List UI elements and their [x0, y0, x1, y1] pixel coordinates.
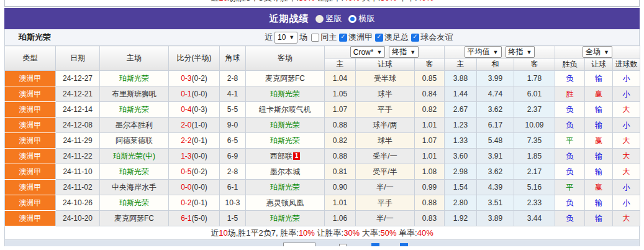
avg-final-select[interactable]: 终指 ▼ [506, 46, 535, 58]
filter-checkbox-球会友谊[interactable]: 球会友谊 [411, 32, 453, 43]
checkbox-checked-icon[interactable] [411, 34, 419, 42]
fulltime-score: 0-1 [181, 90, 191, 98]
col-header-type: 类型 [5, 46, 56, 71]
home-team-cell[interactable]: 珀斯光荣 [100, 71, 169, 86]
checkbox-unchecked-icon[interactable] [311, 34, 319, 42]
filter-checkbox-澳洲甲[interactable]: 澳洲甲 [339, 32, 373, 43]
home-odds-cell: 0.82 [325, 133, 356, 149]
checkbox-checked-partial[interactable] [371, 243, 379, 246]
avg-draw-cell: 3.99 [477, 71, 514, 86]
sub-header-3: 主 [445, 58, 477, 71]
handicap-result-cell: 输 [585, 195, 613, 211]
home-team-cell[interactable]: 麦克阿瑟FC [100, 211, 169, 226]
checkbox-checked-icon[interactable] [375, 34, 383, 42]
away-team-cell[interactable]: 珀斯光荣 [246, 180, 325, 195]
radio-unselected-icon[interactable] [315, 15, 324, 23]
away-odds-cell: 0.82 [415, 102, 445, 118]
filter-bar: 珀斯光荣 近 10 ▼ 场 同主澳洲甲澳足总球会友谊 [4, 29, 640, 45]
layout-radio-vertical[interactable]: 竖版 [315, 13, 342, 24]
home-team-name: 珀斯光荣 [119, 198, 149, 207]
stat-part: 场,胜1平2负7, 胜率: [228, 228, 299, 238]
score-cell: 6-1(5-0) [169, 211, 220, 226]
home-odds-cell: 1.05 [325, 86, 356, 102]
match-count-select-partial[interactable] [283, 243, 315, 246]
league-cell: 澳洲甲 [5, 195, 56, 211]
stat-part: 10 [219, 228, 227, 238]
away-team-cell[interactable]: 珀斯光荣 [246, 133, 325, 149]
avg-home-cell: 2.67 [445, 102, 477, 118]
scope-select[interactable]: 全场 ▼ [583, 46, 612, 58]
home-team-cell[interactable]: 珀斯光荣 [100, 102, 169, 118]
handicap-cell: 受半球 [356, 71, 415, 86]
filter-checkbox-澳足总[interactable]: 澳足总 [375, 32, 409, 43]
date-cell: 24-11-22 [56, 149, 100, 164]
handicap-result-cell: 输 [585, 164, 613, 180]
handicap-result-cell: 输 [585, 118, 613, 133]
away-team-cell[interactable]: 纽卡斯尔喷气机 [246, 102, 325, 118]
away-team-cell[interactable]: 珀斯光荣 [246, 118, 325, 133]
home-team-name: 阿德莱德联 [116, 136, 153, 145]
checkbox-checked-partial[interactable] [400, 243, 408, 246]
radio-horizontal-label: 横版 [359, 13, 375, 24]
checkbox-label: 同主 [320, 32, 337, 43]
score-cell: 2-0(1-0) [169, 118, 220, 133]
away-team-cell[interactable]: 珀斯光荣 [246, 211, 325, 226]
scope-select-cell: 全场 ▼ [555, 46, 640, 58]
checkbox-unchecked-partial[interactable] [339, 244, 347, 246]
recent-results-panel: 近10场,胜3平3负4, 胜率:30% 让胜率:40% 大率:50% 单率:40… [0, 0, 644, 250]
goals-cell: 小 [613, 118, 640, 133]
odds-source-value: Crow* [353, 48, 374, 57]
layout-radio-horizontal[interactable]: 横版 [348, 13, 375, 24]
odds-source-select[interactable]: Crow* ▼ [350, 46, 386, 58]
home-team-cell[interactable]: 阿德莱德联 [100, 133, 169, 149]
result-cell: 负 [555, 118, 585, 133]
avg-away-cell: 1.85 [514, 149, 555, 164]
away-odds-cell: 0.85 [415, 71, 445, 86]
handicap-result-cell: 赢 [585, 133, 613, 149]
away-team-cell[interactable]: 惠灵顿凤凰 [246, 195, 325, 211]
away-team-cell[interactable]: 麦克阿瑟FC [246, 71, 325, 86]
corner-cell: 6-1 [220, 180, 246, 195]
filter-checkbox-同主[interactable]: 同主 [311, 32, 337, 43]
away-team-cell[interactable]: 珀斯光荣 [246, 86, 325, 102]
top-stats-partial-row: 近10场,胜3平3负4, 胜率:30% 让胜率:40% 大率:50% 单率:40… [4, 0, 640, 7]
handicap-result-cell: 赢 [585, 180, 613, 195]
goals-cell: 小 [613, 195, 640, 211]
checkbox-checked-icon[interactable] [339, 34, 347, 42]
halftime-score: (1-0) [192, 121, 207, 129]
filter-checkboxes: 同主澳洲甲澳足总球会友谊 [309, 32, 453, 43]
sub-header-4: 和 [477, 58, 514, 71]
checkbox-label: 澳洲甲 [348, 32, 373, 43]
date-cell: 24-12-21 [56, 86, 100, 102]
league-cell: 澳洲甲 [5, 71, 56, 86]
handicap-result-cell: 输 [585, 149, 613, 164]
fulltime-score: 6-1 [181, 214, 191, 223]
home-odds-cell: 1.06 [325, 211, 356, 226]
match-count-select[interactable]: 10 ▼ [274, 32, 297, 44]
avg-source-select[interactable]: 平均值 ▼ [465, 46, 502, 58]
away-team-cell[interactable]: 墨尔本城 [246, 164, 325, 180]
chevron-down-icon: ▼ [410, 49, 415, 55]
avg-away-cell: 5.16 [514, 180, 555, 195]
avg-home-cell: 1.92 [445, 211, 477, 226]
goals-cell: 大 [613, 211, 640, 226]
home-team-cell[interactable]: 中央海岸水手 [100, 180, 169, 195]
table-row: 澳洲甲24-10-26珀斯光荣0-2(0-1)10-3惠灵顿凤凰1.01平手0.… [5, 195, 640, 211]
home-team-cell[interactable]: 珀斯光荣 [100, 164, 169, 180]
panel-content: 近10场,胜3平3负4, 胜率:30% 让胜率:40% 大率:50% 单率:40… [4, 0, 640, 246]
table-body: 澳洲甲24-12-27珀斯光荣0-3(0-2)2-8麦克阿瑟FC1.04受半球0… [5, 71, 640, 226]
score-cell: 0-3(0-2) [169, 71, 220, 86]
avg-away-cell: 2.17 [514, 164, 555, 180]
away-team-cell[interactable]: 西部联1 [246, 149, 325, 164]
radio-selected-icon[interactable] [348, 15, 356, 23]
sub-header-1: 让球 [356, 58, 415, 71]
odds-final-select[interactable]: 终指 ▼ [389, 46, 419, 58]
table-header: 类型 日期 主场 比分(半场) 角球 客场 Crow* ▼ 终指 [5, 46, 640, 71]
red-card-badge: 1 [293, 152, 300, 160]
avg-draw-cell: 3.62 [477, 102, 514, 118]
home-team-cell[interactable]: 珀斯光荣(中) [100, 149, 169, 164]
home-team-cell[interactable]: 珀斯光荣 [100, 195, 169, 211]
stat-part: 让胜率: [315, 228, 343, 238]
home-team-cell[interactable]: 布里斯班狮吼 [100, 86, 169, 102]
home-team-cell[interactable]: 墨尔本胜利 [100, 118, 169, 133]
